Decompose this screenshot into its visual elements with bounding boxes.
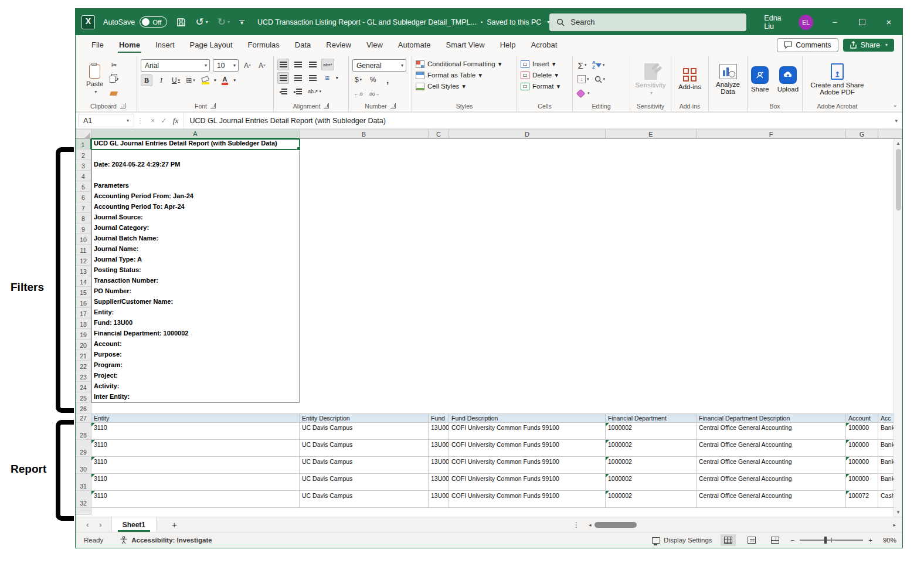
cell[interactable]: 13U00 [429,440,449,457]
cell-A17[interactable]: Entity: [91,308,300,318]
share-button[interactable]: Share ▾ [843,39,894,52]
format-painter-icon[interactable] [108,87,120,99]
cell[interactable]: UC Davis Campus [300,474,429,491]
cell[interactable] [300,234,902,245]
cell-A10[interactable]: Journal Batch Name: [91,234,300,245]
table-column-header[interactable]: Account [846,413,878,423]
scroll-right-icon[interactable]: ▸ [890,522,899,528]
vertical-scrollbar[interactable]: ▲ ▼ [894,139,902,517]
row-header-24[interactable]: 24 [76,382,91,392]
row-header-7[interactable]: 7 [76,202,91,213]
cell-A16[interactable]: Supplier/Customer Name: [91,297,300,308]
row-header-29[interactable]: 29 [76,440,91,457]
search-input[interactable]: Search [549,13,746,31]
wrap-text-icon[interactable]: ab↩ [321,59,334,70]
column-header-A[interactable]: A [91,130,300,139]
horizontal-scroll-thumb[interactable] [595,522,637,528]
horizontal-scrollbar[interactable]: ◂ ▸ [586,521,902,528]
cell[interactable] [300,192,902,202]
name-box[interactable]: A1▾ [78,114,134,127]
row-header-27[interactable]: 27 [76,413,91,423]
cut-icon[interactable]: ✂ [108,59,120,71]
column-header-B[interactable]: B [300,130,429,139]
conditional-formatting-button[interactable]: Conditional Formatting▾ [416,60,501,68]
copy-icon[interactable]: ▾ [108,73,120,85]
font-dialog-launcher-icon[interactable] [210,103,216,108]
table-column-header[interactable]: Entity [91,413,300,423]
cell[interactable]: 3110 [91,474,300,491]
row-header-15[interactable]: 15 [76,287,91,297]
row-header-10[interactable]: 10 [76,234,91,245]
cell[interactable]: 100000 [846,457,878,474]
cell[interactable] [300,160,902,171]
alignment-dialog-launcher-icon[interactable] [324,103,329,108]
cell[interactable]: 13U00 [429,457,449,474]
analyze-data-button[interactable]: Analyze Data [712,57,743,101]
excel-app-icon[interactable] [81,15,95,29]
cell[interactable] [300,223,902,234]
tab-page-layout[interactable]: Page Layout [182,37,240,53]
cell[interactable]: 13U00 [429,423,449,440]
box-upload-button[interactable]: Upload [774,57,802,101]
cell[interactable] [300,139,902,150]
underline-button[interactable]: U▾ [170,74,182,86]
cell[interactable] [300,297,902,308]
sort-filter-icon[interactable]: AZ▾ [591,59,606,71]
cell[interactable]: 100000 [846,474,878,491]
minimize-button[interactable]: − [821,9,848,35]
display-settings-button[interactable]: Display Settings [652,537,712,544]
row-header-11[interactable]: 11 [76,245,91,255]
cell[interactable] [300,340,902,350]
row-header-18[interactable]: 18 [76,318,91,329]
tab-acrobat[interactable]: Acrobat [523,37,565,53]
tab-review[interactable]: Review [318,37,359,53]
row-header-16[interactable]: 16 [76,297,91,308]
tab-insert[interactable]: Insert [148,37,182,53]
column-header-F[interactable]: F [697,130,846,139]
cell[interactable]: COFI University Common Funds 99100 [449,474,606,491]
zoom-slider-thumb[interactable] [824,537,827,544]
fill-color-icon[interactable] [199,74,211,86]
cell-A25[interactable]: Inter Entity: [91,392,300,403]
cell[interactable]: Central Office General Accounting [697,423,846,440]
cell[interactable] [300,202,902,213]
row-header-6[interactable]: 6 [76,192,91,202]
cell[interactable]: 1000002 [606,423,697,440]
row-header-26[interactable]: 26 [76,403,91,413]
autosave-toggle[interactable]: Off [140,16,167,28]
row-header-13[interactable]: 13 [76,266,91,276]
expand-formula-bar-icon[interactable]: ▾ [890,113,902,128]
scroll-left-icon[interactable]: ◂ [586,522,595,528]
italic-button[interactable]: I [155,74,167,86]
column-header-partial[interactable] [878,130,902,139]
name-box-splitter[interactable]: ⋮ [134,113,146,128]
cell[interactable]: 1000002 [606,457,697,474]
cell-styles-button[interactable]: Cell Styles▾ [416,82,466,90]
row-header-12[interactable]: 12 [76,255,91,266]
cell[interactable]: UC Davis Campus [300,491,429,508]
user-name[interactable]: Edna Liu [764,14,791,30]
cell[interactable] [300,266,902,276]
column-header-C[interactable]: C [429,130,449,139]
cell[interactable]: UC Davis Campus [300,457,429,474]
cell[interactable] [300,403,902,413]
row-header-30[interactable]: 30 [76,457,91,474]
cell[interactable]: Central Office General Accounting [697,440,846,457]
next-sheet-icon[interactable]: › [99,520,101,529]
insert-function-icon[interactable]: fx [173,116,179,126]
cell-A13[interactable]: Posting Status: [91,266,300,276]
cell-A19[interactable]: Financial Department: 1000002 [91,329,300,340]
accessibility-status[interactable]: Accessibility: Investigate [120,536,212,544]
table-column-header[interactable]: Entity Description [300,413,429,423]
font-size-select[interactable]: 10▾ [213,59,239,72]
maximize-button[interactable] [848,9,875,35]
save-icon[interactable] [176,18,186,27]
sheet-tab-sheet1[interactable]: Sheet1 [111,517,157,532]
row-header-17[interactable]: 17 [76,308,91,318]
scroll-up-icon[interactable]: ▲ [896,139,901,148]
row-header-1[interactable]: 1 [76,139,91,150]
cell[interactable] [300,150,902,160]
increase-font-icon[interactable]: A˄ [242,60,253,72]
cell[interactable]: COFI University Common Funds 99100 [449,491,606,508]
tab-data[interactable]: Data [287,37,318,53]
